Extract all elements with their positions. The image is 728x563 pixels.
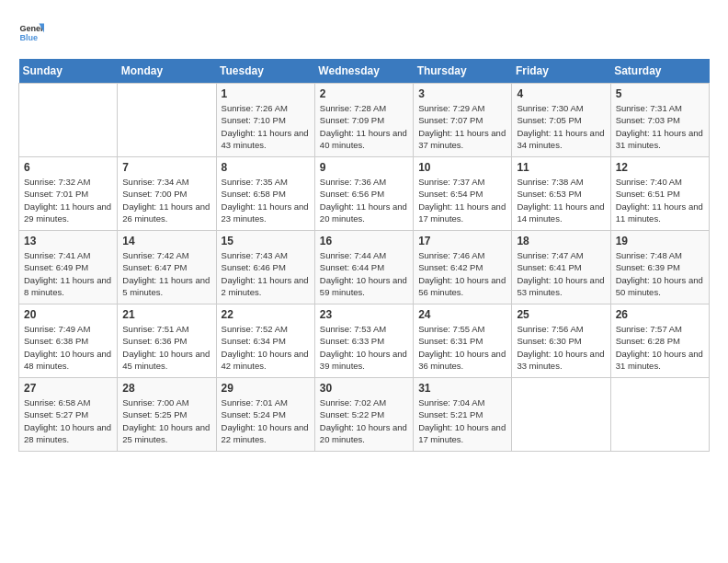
day-number: 13	[24, 235, 112, 247]
weekday-header-friday: Friday	[512, 59, 610, 84]
calendar-cell: 14Sunrise: 7:42 AM Sunset: 6:47 PM Dayli…	[118, 231, 216, 304]
weekday-header-monday: Monday	[118, 59, 216, 84]
calendar-cell: 10Sunrise: 7:37 AM Sunset: 6:54 PM Dayli…	[414, 157, 512, 231]
day-info: Sunrise: 7:35 AM Sunset: 6:58 PM Dayligh…	[222, 176, 310, 224]
day-number: 14	[122, 235, 210, 247]
calendar-cell: 28Sunrise: 7:00 AM Sunset: 5:25 PM Dayli…	[118, 378, 216, 452]
day-number: 16	[320, 235, 408, 247]
day-number: 23	[320, 308, 408, 321]
weekday-header-thursday: Thursday	[414, 59, 512, 84]
day-number: 5	[616, 87, 704, 100]
calendar-week-row: 13Sunrise: 7:41 AM Sunset: 6:49 PM Dayli…	[19, 231, 710, 304]
calendar-cell: 21Sunrise: 7:51 AM Sunset: 6:36 PM Dayli…	[118, 304, 216, 378]
day-info: Sunrise: 7:28 AM Sunset: 7:09 PM Dayligh…	[320, 102, 408, 151]
day-number: 18	[517, 235, 605, 247]
day-number: 30	[320, 382, 408, 395]
day-info: Sunrise: 7:48 AM Sunset: 6:39 PM Dayligh…	[616, 249, 704, 298]
day-number: 9	[320, 161, 408, 174]
day-number: 26	[616, 308, 704, 321]
calendar-cell: 30Sunrise: 7:02 AM Sunset: 5:22 PM Dayli…	[314, 378, 413, 452]
day-info: Sunrise: 6:58 AM Sunset: 5:27 PM Dayligh…	[24, 396, 112, 445]
weekday-header-wednesday: Wednesday	[314, 59, 413, 84]
calendar-body: 1Sunrise: 7:26 AM Sunset: 7:10 PM Daylig…	[19, 84, 710, 452]
day-number: 10	[418, 161, 506, 174]
day-number: 3	[418, 87, 506, 100]
calendar-cell: 25Sunrise: 7:56 AM Sunset: 6:30 PM Dayli…	[512, 304, 610, 378]
day-number: 22	[222, 308, 310, 321]
calendar-cell: 9Sunrise: 7:36 AM Sunset: 6:56 PM Daylig…	[314, 157, 413, 231]
day-number: 19	[616, 235, 704, 247]
calendar-table: SundayMondayTuesdayWednesdayThursdayFrid…	[18, 59, 710, 452]
calendar-cell: 24Sunrise: 7:55 AM Sunset: 6:31 PM Dayli…	[414, 304, 512, 378]
day-number: 24	[418, 308, 506, 321]
svg-text:Blue: Blue	[19, 33, 38, 42]
day-info: Sunrise: 7:42 AM Sunset: 6:47 PM Dayligh…	[122, 249, 210, 298]
day-number: 6	[24, 161, 112, 174]
logo: General Blue	[18, 18, 44, 44]
calendar-cell: 16Sunrise: 7:44 AM Sunset: 6:44 PM Dayli…	[314, 231, 413, 304]
calendar-cell: 22Sunrise: 7:52 AM Sunset: 6:34 PM Dayli…	[216, 304, 314, 378]
day-number: 2	[320, 87, 408, 100]
calendar-cell: 18Sunrise: 7:47 AM Sunset: 6:41 PM Dayli…	[512, 231, 610, 304]
day-info: Sunrise: 7:34 AM Sunset: 7:00 PM Dayligh…	[122, 176, 210, 224]
day-number: 21	[122, 308, 210, 321]
page-header: General Blue	[18, 18, 710, 44]
calendar-cell: 31Sunrise: 7:04 AM Sunset: 5:21 PM Dayli…	[414, 378, 512, 452]
day-number: 20	[24, 308, 112, 321]
day-number: 31	[418, 382, 506, 395]
day-info: Sunrise: 7:51 AM Sunset: 6:36 PM Dayligh…	[122, 323, 210, 372]
day-number: 11	[517, 161, 605, 174]
calendar-cell: 12Sunrise: 7:40 AM Sunset: 6:51 PM Dayli…	[610, 157, 709, 231]
day-info: Sunrise: 7:40 AM Sunset: 6:51 PM Dayligh…	[616, 176, 704, 224]
day-number: 25	[517, 308, 605, 321]
calendar-cell: 15Sunrise: 7:43 AM Sunset: 6:46 PM Dayli…	[216, 231, 314, 304]
calendar-cell: 4Sunrise: 7:30 AM Sunset: 7:05 PM Daylig…	[512, 84, 610, 157]
calendar-week-row: 6Sunrise: 7:32 AM Sunset: 7:01 PM Daylig…	[19, 157, 710, 231]
calendar-cell	[118, 84, 216, 157]
day-number: 29	[222, 382, 310, 395]
weekday-header-tuesday: Tuesday	[216, 59, 314, 84]
calendar-week-row: 20Sunrise: 7:49 AM Sunset: 6:38 PM Dayli…	[19, 304, 710, 378]
day-number: 28	[122, 382, 210, 395]
calendar-cell: 19Sunrise: 7:48 AM Sunset: 6:39 PM Dayli…	[610, 231, 709, 304]
calendar-cell: 23Sunrise: 7:53 AM Sunset: 6:33 PM Dayli…	[314, 304, 413, 378]
day-info: Sunrise: 7:43 AM Sunset: 6:46 PM Dayligh…	[222, 249, 310, 298]
calendar-cell: 5Sunrise: 7:31 AM Sunset: 7:03 PM Daylig…	[610, 84, 709, 157]
day-number: 4	[517, 87, 605, 100]
day-number: 12	[616, 161, 704, 174]
day-info: Sunrise: 7:30 AM Sunset: 7:05 PM Dayligh…	[517, 102, 605, 151]
day-info: Sunrise: 7:49 AM Sunset: 6:38 PM Dayligh…	[24, 323, 112, 372]
logo-icon: General Blue	[18, 18, 44, 44]
day-number: 15	[222, 235, 310, 247]
day-info: Sunrise: 7:38 AM Sunset: 6:53 PM Dayligh…	[517, 176, 605, 224]
calendar-header: SundayMondayTuesdayWednesdayThursdayFrid…	[19, 59, 710, 84]
day-info: Sunrise: 7:36 AM Sunset: 6:56 PM Dayligh…	[320, 176, 408, 224]
day-info: Sunrise: 7:01 AM Sunset: 5:24 PM Dayligh…	[222, 396, 310, 445]
calendar-cell: 8Sunrise: 7:35 AM Sunset: 6:58 PM Daylig…	[216, 157, 314, 231]
day-info: Sunrise: 7:04 AM Sunset: 5:21 PM Dayligh…	[418, 396, 506, 445]
day-info: Sunrise: 7:57 AM Sunset: 6:28 PM Dayligh…	[616, 323, 704, 372]
calendar-cell: 6Sunrise: 7:32 AM Sunset: 7:01 PM Daylig…	[19, 157, 118, 231]
calendar-cell: 13Sunrise: 7:41 AM Sunset: 6:49 PM Dayli…	[19, 231, 118, 304]
day-info: Sunrise: 7:46 AM Sunset: 6:42 PM Dayligh…	[418, 249, 506, 298]
day-info: Sunrise: 7:02 AM Sunset: 5:22 PM Dayligh…	[320, 396, 408, 445]
weekday-header-row: SundayMondayTuesdayWednesdayThursdayFrid…	[19, 59, 710, 84]
calendar-cell	[610, 378, 709, 452]
day-number: 8	[222, 161, 310, 174]
calendar-week-row: 1Sunrise: 7:26 AM Sunset: 7:10 PM Daylig…	[19, 84, 710, 157]
calendar-cell: 3Sunrise: 7:29 AM Sunset: 7:07 PM Daylig…	[414, 84, 512, 157]
day-info: Sunrise: 7:56 AM Sunset: 6:30 PM Dayligh…	[517, 323, 605, 372]
calendar-cell: 29Sunrise: 7:01 AM Sunset: 5:24 PM Dayli…	[216, 378, 314, 452]
calendar-cell: 27Sunrise: 6:58 AM Sunset: 5:27 PM Dayli…	[19, 378, 118, 452]
day-number: 17	[418, 235, 506, 247]
day-info: Sunrise: 7:29 AM Sunset: 7:07 PM Dayligh…	[418, 102, 506, 151]
day-info: Sunrise: 7:41 AM Sunset: 6:49 PM Dayligh…	[24, 249, 112, 298]
calendar-cell: 2Sunrise: 7:28 AM Sunset: 7:09 PM Daylig…	[314, 84, 413, 157]
day-info: Sunrise: 7:31 AM Sunset: 7:03 PM Dayligh…	[616, 102, 704, 151]
calendar-cell: 17Sunrise: 7:46 AM Sunset: 6:42 PM Dayli…	[414, 231, 512, 304]
weekday-header-sunday: Sunday	[19, 59, 118, 84]
day-info: Sunrise: 7:47 AM Sunset: 6:41 PM Dayligh…	[517, 249, 605, 298]
day-info: Sunrise: 7:52 AM Sunset: 6:34 PM Dayligh…	[222, 323, 310, 372]
calendar-cell: 1Sunrise: 7:26 AM Sunset: 7:10 PM Daylig…	[216, 84, 314, 157]
day-number: 1	[222, 87, 310, 100]
